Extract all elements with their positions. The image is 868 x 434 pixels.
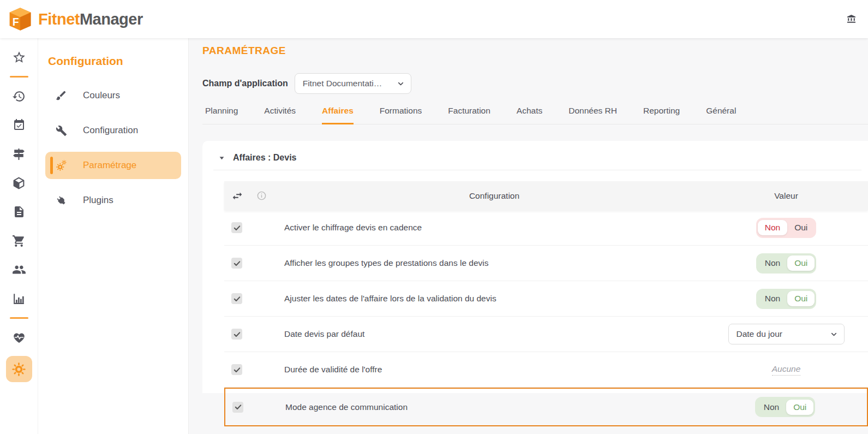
star-icon[interactable] xyxy=(12,50,26,64)
sidebar-title: Configuration xyxy=(48,55,188,68)
divider xyxy=(213,170,861,170)
chevron-down-icon xyxy=(830,331,837,338)
toggle-non-oui[interactable]: Non Oui xyxy=(756,289,817,309)
toggle-non-oui[interactable]: Non Oui xyxy=(755,397,816,417)
cube-icon[interactable] xyxy=(12,176,26,190)
calendar-check-icon[interactable] xyxy=(12,118,26,132)
table-row: Activer le chiffrage devis en cadence No… xyxy=(224,210,868,246)
icon-rail xyxy=(0,38,38,434)
rail-divider xyxy=(10,76,28,78)
setting-label: Mode agence de communication xyxy=(285,402,703,412)
sidebar-item-couleurs[interactable]: Couleurs xyxy=(45,82,181,109)
row-checkbox[interactable] xyxy=(231,222,242,233)
tab-donnees-rh[interactable]: Données RH xyxy=(568,106,617,124)
table-row: Afficher les groupes types de prestation… xyxy=(224,246,868,281)
plug-icon xyxy=(55,194,67,206)
setting-label: Durée de validité de l'offre xyxy=(284,365,704,374)
toggle-option-oui[interactable]: Oui xyxy=(786,400,813,415)
bar-chart-icon[interactable] xyxy=(12,292,26,306)
main-content: PARAMÉTRAGE Champ d'application Fitnet D… xyxy=(189,38,868,434)
sidebar-item-plugins[interactable]: Plugins xyxy=(45,187,181,214)
section-header-affaires-devis[interactable]: Affaires : Devis xyxy=(202,141,868,163)
signpost-icon[interactable] xyxy=(12,147,26,161)
column-header-configuration: Configuration xyxy=(284,191,704,201)
row-checkbox[interactable] xyxy=(231,258,242,269)
tab-achats[interactable]: Achats xyxy=(517,106,542,124)
rail-divider xyxy=(10,317,28,319)
page-title: PARAMÉTRAGE xyxy=(202,45,868,57)
date-default-select[interactable]: Date du jour xyxy=(728,324,845,344)
setting-label: Ajuster les dates de l'affaire lors de l… xyxy=(284,294,704,304)
row-checkbox[interactable] xyxy=(231,329,242,340)
document-icon[interactable] xyxy=(12,205,26,219)
tab-bar: Planning Activités Affaires Formations F… xyxy=(202,106,868,124)
row-checkbox[interactable] xyxy=(231,293,242,304)
toggle-non-oui[interactable]: Non Oui xyxy=(756,218,817,238)
history-icon[interactable] xyxy=(12,89,26,103)
users-icon[interactable] xyxy=(12,263,26,277)
tab-facturation[interactable]: Facturation xyxy=(448,106,490,124)
section-title: Affaires : Devis xyxy=(233,153,297,163)
column-header-valeur: Valeur xyxy=(704,191,868,201)
aucune-value-link[interactable]: Aucune xyxy=(772,364,801,376)
table-row: Date devis par défaut Date du jour xyxy=(224,317,868,352)
toggle-option-non[interactable]: Non xyxy=(758,291,787,306)
top-bar: F FitnetManager xyxy=(0,0,868,38)
sidebar-item-label: Plugins xyxy=(83,195,113,206)
tab-general[interactable]: Général xyxy=(706,106,736,124)
toggle-option-oui[interactable]: Oui xyxy=(787,220,815,235)
chevron-down-icon xyxy=(397,80,404,87)
svg-text:F: F xyxy=(13,16,19,28)
gear-icon[interactable] xyxy=(6,356,32,382)
row-checkbox[interactable] xyxy=(232,402,243,413)
info-icon[interactable] xyxy=(256,191,267,201)
tab-affaires[interactable]: Affaires xyxy=(322,106,354,124)
sidebar-item-configuration[interactable]: Configuration xyxy=(45,117,181,144)
table-row: Durée de validité de l'offre Aucune xyxy=(224,352,868,388)
settings-card: Affaires : Devis Configuration Valeu xyxy=(202,141,868,393)
toggle-option-non[interactable]: Non xyxy=(758,220,787,235)
setting-label: Date devis par défaut xyxy=(284,329,704,339)
tab-activites[interactable]: Activités xyxy=(264,106,296,124)
table-row: Ajuster les dates de l'affaire lors de l… xyxy=(224,281,868,317)
setting-label: Activer le chiffrage devis en cadence xyxy=(284,223,704,233)
tab-planning[interactable]: Planning xyxy=(205,106,238,124)
setting-label: Afficher les groupes types de prestation… xyxy=(284,258,704,268)
select-value: Date du jour xyxy=(737,329,782,339)
toggle-non-oui[interactable]: Non Oui xyxy=(756,253,817,274)
cart-icon[interactable] xyxy=(12,234,26,248)
sidebar: Configuration Couleurs Configuration Par… xyxy=(38,38,189,434)
scope-label: Champ d'application xyxy=(202,79,288,88)
swap-columns-icon[interactable] xyxy=(231,190,243,202)
logo-wordmark: FitnetManager xyxy=(38,10,143,28)
paint-brush-icon xyxy=(55,90,67,102)
sidebar-item-label: Paramétrage xyxy=(83,160,136,171)
toggle-option-non[interactable]: Non xyxy=(758,255,787,271)
toggle-option-oui[interactable]: Oui xyxy=(787,255,815,271)
tab-formations[interactable]: Formations xyxy=(380,106,422,124)
logo-cube-icon: F xyxy=(8,7,33,32)
bank-icon[interactable] xyxy=(846,14,857,24)
tab-reporting[interactable]: Reporting xyxy=(643,106,680,124)
sidebar-item-label: Configuration xyxy=(83,125,138,136)
app-logo[interactable]: F FitnetManager xyxy=(8,7,143,32)
toggle-option-oui[interactable]: Oui xyxy=(787,291,815,306)
wrench-icon xyxy=(55,124,67,136)
table-header: Configuration Valeur xyxy=(224,181,868,210)
row-checkbox[interactable] xyxy=(231,364,242,375)
table-row-highlighted: Mode agence de communication Non Oui xyxy=(224,388,868,426)
caret-down-icon xyxy=(219,155,225,161)
toggle-option-non[interactable]: Non xyxy=(757,400,786,415)
sidebar-item-parametrage[interactable]: Paramétrage xyxy=(45,152,181,179)
scope-select-value: Fitnet Documentati… xyxy=(303,79,382,88)
heartbeat-icon[interactable] xyxy=(12,330,26,344)
gears-icon xyxy=(55,159,67,171)
settings-table: Configuration Valeur Activer le chiffrag… xyxy=(224,181,868,426)
scope-select[interactable]: Fitnet Documentati… xyxy=(295,73,411,94)
sidebar-item-label: Couleurs xyxy=(83,90,120,101)
